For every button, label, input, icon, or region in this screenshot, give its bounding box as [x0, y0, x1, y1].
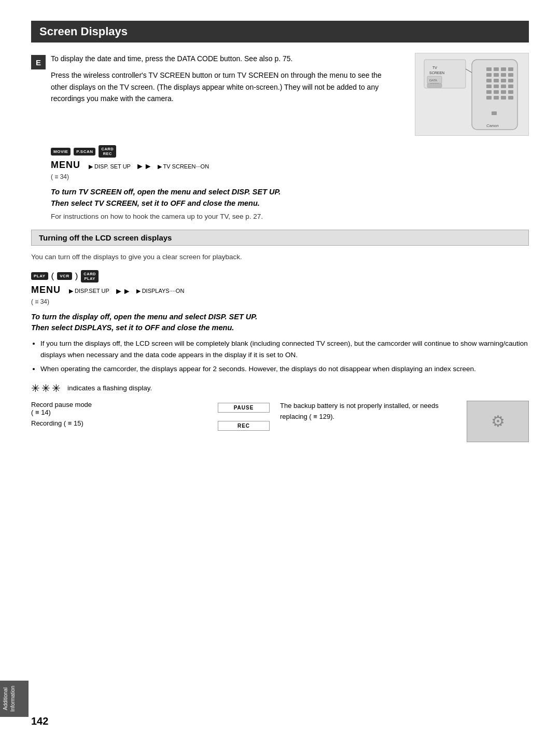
pause-label-box: PAUSE — [218, 403, 270, 413]
svg-rect-14 — [494, 84, 499, 88]
backup-battery-block: The backup battery is not properly insta… — [280, 401, 456, 422]
intro-block: To display the date and time, press the … — [51, 53, 529, 136]
menu1-arrow1: ▶ DISP. SET UP — [89, 163, 131, 170]
menu1-ref: ( ≡ 34) — [51, 173, 529, 180]
menu1-arrow-row: ▶ DISP. SET UP ►► ▶ TV SCREEN···ON — [89, 162, 209, 171]
svg-text:TV: TV — [432, 66, 437, 69]
svg-text:SCREEN: SCREEN — [429, 71, 444, 75]
svg-rect-32 — [427, 83, 442, 88]
bullet-item-1: If you turn the displays off, the LCD sc… — [40, 338, 529, 360]
recording-block: Recording ( ≡ 15) — [31, 419, 207, 427]
sub-note-1: For instructions on how to hook the came… — [51, 213, 529, 220]
card-rec-button: CARD REC — [99, 145, 116, 158]
intro-para2: Press the wireless controller's TV SCREE… — [51, 69, 399, 104]
svg-rect-18 — [494, 90, 499, 94]
svg-rect-25 — [492, 111, 497, 115]
title-text: Screen Displays — [39, 25, 128, 38]
rec-label-box: REC — [218, 421, 270, 431]
svg-rect-23 — [501, 96, 506, 100]
svg-rect-9 — [486, 79, 492, 82]
svg-rect-8 — [508, 73, 513, 77]
record-pause-block: Record pause mode ( ≡ 14) — [31, 401, 207, 416]
additional-info-sidebar: Additional Information — [0, 681, 29, 717]
menu-label-1: MENU — [51, 160, 80, 171]
svg-rect-3 — [501, 67, 506, 71]
intro-para1: To display the date and time, press the … — [51, 53, 399, 64]
svg-text:DATA: DATA — [429, 79, 437, 82]
svg-rect-13 — [486, 84, 492, 88]
menu2-arrow1: ▶ DISP.SET UP — [69, 288, 109, 294]
svg-rect-12 — [508, 79, 513, 82]
svg-rect-20 — [508, 90, 513, 94]
paren-open: ( — [51, 271, 54, 281]
menu2-ref: ( ≡ 34) — [31, 298, 529, 305]
double-arrow-2: ►► — [115, 287, 131, 296]
svg-rect-7 — [501, 73, 506, 77]
play-button: PLAY — [31, 272, 48, 280]
recording-text: Recording ( ≡ 15) — [31, 419, 83, 427]
svg-line-34 — [466, 69, 472, 73]
pscan-button: P.SCAN — [74, 148, 95, 156]
movie-button: MOVIE — [51, 148, 71, 156]
sub-note-2: You can turn off the displays to give yo… — [31, 253, 529, 261]
flash-symbol: ✳✳✳ — [31, 382, 62, 394]
flash-note: ✳✳✳ indicates a flashing display. — [31, 382, 529, 394]
svg-rect-5 — [486, 73, 492, 77]
svg-rect-16 — [508, 84, 513, 88]
svg-rect-4 — [508, 67, 513, 71]
paren-close: ) — [75, 271, 78, 281]
double-arrow-1: ►► — [136, 162, 152, 171]
footer-line2: Information — [10, 686, 16, 712]
svg-rect-6 — [494, 73, 499, 77]
battery-icon: ⚙ — [491, 412, 505, 430]
svg-rect-15 — [501, 84, 506, 88]
subsection-title: Turning off the LCD screen displays — [31, 230, 529, 246]
bullet-list: If you turn the displays off, the LCD sc… — [40, 338, 529, 375]
e-badge: E — [31, 55, 46, 69]
menu2-arrow-row: ▶ DISP.SET UP ►► ▶ DISPLAYS····ON — [69, 287, 184, 296]
record-pause-text: Record pause mode — [31, 401, 92, 408]
svg-text:Canon: Canon — [486, 123, 499, 128]
battery-icon-box: ⚙ — [467, 401, 529, 442]
menu2-arrow2: ▶ DISPLAYS····ON — [136, 288, 185, 294]
remote-illustration: TV SCREEN DATA CODE Canon — [415, 53, 529, 136]
svg-rect-24 — [508, 96, 513, 100]
svg-rect-11 — [501, 79, 506, 82]
backup-battery-text: The backup battery is not properly insta… — [280, 402, 439, 420]
page-number: 142 — [31, 715, 48, 727]
bold-instruction-1: To turn TV SCREEN off, open the menu and… — [51, 187, 529, 209]
button-row-2: PLAY ( VCR ) CARD PLAY — [31, 270, 529, 283]
intro-text: To display the date and time, press the … — [51, 53, 399, 136]
card-play-button: CARD PLAY — [81, 270, 99, 283]
bottom-left: Record pause mode ( ≡ 14) Recording ( ≡ … — [31, 401, 207, 427]
remote-svg: TV SCREEN DATA CODE Canon — [420, 54, 524, 135]
svg-rect-2 — [494, 67, 499, 71]
vcr-button: VCR — [57, 272, 72, 280]
svg-rect-17 — [486, 90, 492, 94]
label-boxes: PAUSE REC — [218, 401, 270, 431]
svg-rect-19 — [501, 90, 506, 94]
record-pause-ref: ( ≡ 14) — [31, 408, 51, 416]
page: Screen Displays E To display the date an… — [0, 0, 560, 748]
bold-instruction-2: To turn the display off, open the menu a… — [31, 312, 529, 334]
svg-rect-1 — [486, 67, 492, 71]
flash-note-text: indicates a flashing display. — [67, 384, 152, 392]
svg-rect-10 — [494, 79, 499, 82]
button-row-1: MOVIE P.SCAN CARD REC — [51, 145, 529, 158]
footer-line1: Additional — [3, 687, 8, 710]
menu1-arrow2: ▶ TV SCREEN···ON — [158, 163, 209, 170]
bullet-item-2: When operating the camcorder, the displa… — [40, 363, 529, 375]
menu-label-2: MENU — [31, 285, 61, 295]
svg-rect-22 — [494, 96, 499, 100]
svg-rect-21 — [486, 96, 492, 100]
section-title: Screen Displays — [31, 21, 529, 43]
